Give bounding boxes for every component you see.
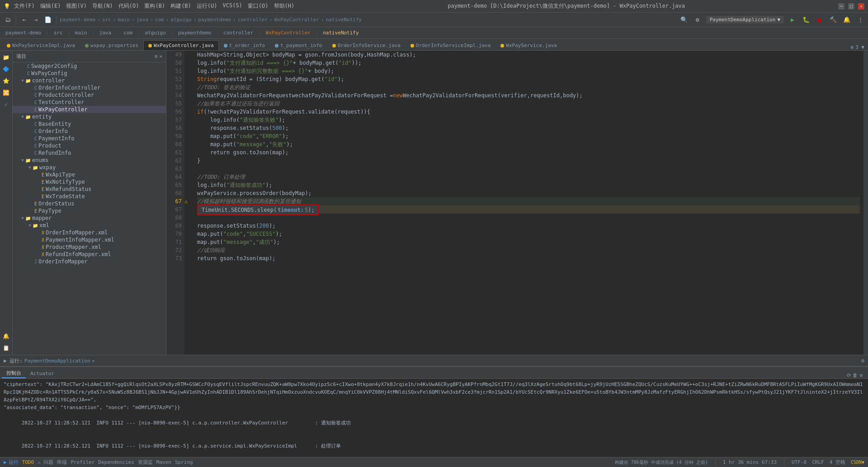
- menu-code[interactable]: 代码(O): [118, 2, 139, 10]
- tab-orderinfoservice[interactable]: OrderInfoService.java: [327, 40, 406, 50]
- tree-item-paymentinfo[interactable]: C PaymentInfo: [13, 135, 166, 142]
- status-deps-label[interactable]: Dependencies: [98, 459, 134, 465]
- debug-button[interactable]: 🐛: [801, 15, 811, 25]
- tree-folder-controller[interactable]: ▼ 📁 controller: [13, 77, 166, 84]
- git-icon[interactable]: 🔀: [1, 88, 11, 98]
- tab-t-payment-info[interactable]: t_payment_info: [270, 40, 327, 50]
- window-controls[interactable]: ─ □ ✕: [838, 3, 864, 10]
- tab-console[interactable]: 控制台: [2, 368, 26, 378]
- project-icon[interactable]: 🗂: [3, 15, 13, 25]
- close-button[interactable]: ✕: [858, 3, 864, 10]
- tab-wxpayserviceimpl[interactable]: WxPayServiceImpl.java: [2, 40, 80, 50]
- stop-button[interactable]: ■: [815, 15, 825, 25]
- nav-controller[interactable]: controller: [222, 30, 255, 36]
- more-icon[interactable]: ⋮: [855, 15, 865, 25]
- tab-wxpay-properties[interactable]: wxpay.properties: [80, 40, 143, 50]
- nav-nativenotify[interactable]: nativeNotify: [321, 30, 360, 36]
- tree-item-paymentinfomapper-xml[interactable]: X PaymentInfoMapper.xml: [13, 236, 166, 243]
- tree-item-refundinfomapper-xml[interactable]: X RefundInfoMapper.xml: [13, 251, 166, 258]
- sidebar-gear-icon[interactable]: ⚙: [155, 53, 158, 59]
- menu-build[interactable]: 构建(B): [170, 2, 191, 10]
- tree-item-wxpaycontroller[interactable]: C WxPayController: [13, 106, 166, 113]
- status-run-indicator[interactable]: ▶ 运行: [4, 459, 19, 466]
- notification-icon[interactable]: 🔔: [842, 15, 852, 25]
- tree-item-orderinfomapper[interactable]: I OrderInfoMapper: [13, 258, 166, 265]
- notifications-icon[interactable]: 🔔: [1, 331, 11, 341]
- tab-orderinfoserviceimpl[interactable]: OrderInfoServiceImpl.java: [406, 40, 496, 50]
- sidebar-close-icon[interactable]: ✕: [159, 53, 162, 59]
- console-wrap-icon[interactable]: ⟳: [847, 372, 851, 378]
- breadcrumb-item[interactable]: com: [155, 17, 164, 23]
- tree-item-wxtradestate[interactable]: E WxTradeState: [13, 193, 166, 200]
- run-bar-play-icon[interactable]: ▶: [3, 357, 8, 365]
- nav-project[interactable]: payment-demo: [4, 30, 43, 36]
- csdn-icon[interactable]: CSDN▼: [851, 460, 864, 465]
- breadcrumb-item[interactable]: java: [137, 17, 149, 23]
- tab-actuator[interactable]: Actuator: [26, 368, 59, 378]
- tree-item-productmapper-xml[interactable]: X ProductMapper.xml: [13, 243, 166, 251]
- indent-label[interactable]: 4 空格: [830, 459, 845, 466]
- run-config-selector[interactable]: PaymentDemoApplication ▼: [706, 16, 784, 24]
- console-settings-icon[interactable]: ⚙: [859, 372, 863, 378]
- tab-t-order-info[interactable]: t_order_info: [219, 40, 270, 50]
- split-editor-icon[interactable]: ⊞: [851, 44, 854, 50]
- tree-item-orderinfomapper-xml[interactable]: X OrderInfoMapper.xml: [13, 229, 166, 236]
- tree-folder-enums[interactable]: ▼ 📁 enums: [13, 157, 166, 164]
- tree-item-productcontroller[interactable]: C ProductController: [13, 91, 166, 99]
- breadcrumb-item[interactable]: src: [102, 17, 111, 23]
- encoding-label[interactable]: UTF-8: [792, 459, 807, 465]
- tree-item-baseentity[interactable]: C BaseEntity: [13, 120, 166, 128]
- editor-scrollbar[interactable]: [863, 51, 868, 355]
- breadcrumb-item[interactable]: WxPayController: [274, 17, 319, 23]
- tree-item-orderinfocontroller[interactable]: C OrderInfoController: [13, 84, 166, 91]
- code-content[interactable]: HashMap<String,Object> bodyMap = gson.fr…: [193, 51, 863, 355]
- nav-atguigu[interactable]: atguigu: [143, 30, 167, 36]
- recent-files-button[interactable]: 📄: [43, 15, 53, 25]
- menu-refactor[interactable]: 重构(B): [144, 2, 165, 10]
- tree-item-wxpayconfig[interactable]: C WxPayConfig: [13, 70, 166, 77]
- commit-icon[interactable]: ✓: [1, 100, 11, 110]
- event-log-icon[interactable]: 📋: [1, 343, 11, 353]
- menu-view[interactable]: 视图(V): [66, 2, 87, 10]
- nav-main[interactable]: main: [73, 30, 89, 36]
- breadcrumb-item[interactable]: controller: [238, 17, 268, 23]
- status-todo-label[interactable]: TODO: [22, 459, 34, 465]
- status-problems-label[interactable]: ⚠ 问题: [38, 459, 53, 466]
- nav-src[interactable]: src: [52, 30, 65, 36]
- tree-item-wxrefundstatus[interactable]: E WxRefundStatus: [13, 186, 166, 193]
- breadcrumb-item[interactable]: nativeNotify: [326, 17, 362, 23]
- menu-file[interactable]: 文件(F): [14, 2, 35, 10]
- nav-com[interactable]: com: [122, 30, 134, 36]
- tree-folder-entity[interactable]: ▼ 📁 entity: [13, 113, 166, 120]
- status-maven-label[interactable]: Maven: [156, 459, 171, 465]
- tree-item-orderinfo[interactable]: C OrderInfo: [13, 128, 166, 135]
- tree-item-testcontroller[interactable]: C TestController: [13, 99, 166, 106]
- settings-icon[interactable]: ⚙: [693, 15, 703, 25]
- build-button[interactable]: 🔨: [828, 15, 838, 25]
- code-editor[interactable]: 49 50 51 52 53 54 55 56 57 58 59 60 61 6…: [166, 51, 868, 355]
- tree-item-product[interactable]: C Product: [13, 142, 166, 149]
- tree-folder-xml[interactable]: ▼ 📁 xml: [13, 222, 166, 229]
- run-button[interactable]: ▶: [788, 15, 797, 25]
- tree-item-wxapitype[interactable]: E WxApiType: [13, 171, 166, 178]
- tree-folder-wxpay[interactable]: ▼ 📁 wxpay: [13, 164, 166, 171]
- menu-bar[interactable]: 文件(F) 编辑(E) 视图(V) 导航(N) 代码(O) 重构(B) 构建(B…: [14, 2, 294, 10]
- minimize-button[interactable]: ─: [838, 3, 844, 10]
- search-everywhere-icon[interactable]: 🔍: [679, 15, 689, 25]
- menu-window[interactable]: 窗口(O): [248, 2, 269, 10]
- nav-paymentdemo[interactable]: paymentdemo: [176, 30, 213, 36]
- status-profiler-label[interactable]: Profiler: [71, 459, 94, 465]
- tab-wxpaycontroller[interactable]: WxPayController.java: [143, 40, 218, 50]
- breadcrumb-item[interactable]: atguigu: [170, 17, 191, 23]
- close-tab-icon[interactable]: 3 ▼: [855, 44, 864, 50]
- project-panel-icon[interactable]: 📁: [1, 52, 11, 62]
- run-close-icon[interactable]: ✕: [92, 358, 95, 363]
- status-terminal-label[interactable]: 终端: [57, 459, 67, 466]
- breadcrumb-item[interactable]: main: [118, 17, 130, 23]
- menu-edit[interactable]: 编辑(E): [40, 2, 61, 10]
- structure-icon[interactable]: 🔷: [1, 64, 11, 74]
- menu-navigate[interactable]: 导航(N): [92, 2, 113, 10]
- code-line-67-sleep[interactable]: TimeUnit.SECONDS.sleep( timeout: 5); Tim…: [197, 205, 860, 214]
- favorites-icon[interactable]: ⭐: [1, 76, 11, 86]
- tree-item-orderstatus[interactable]: E OrderStatus: [13, 200, 166, 207]
